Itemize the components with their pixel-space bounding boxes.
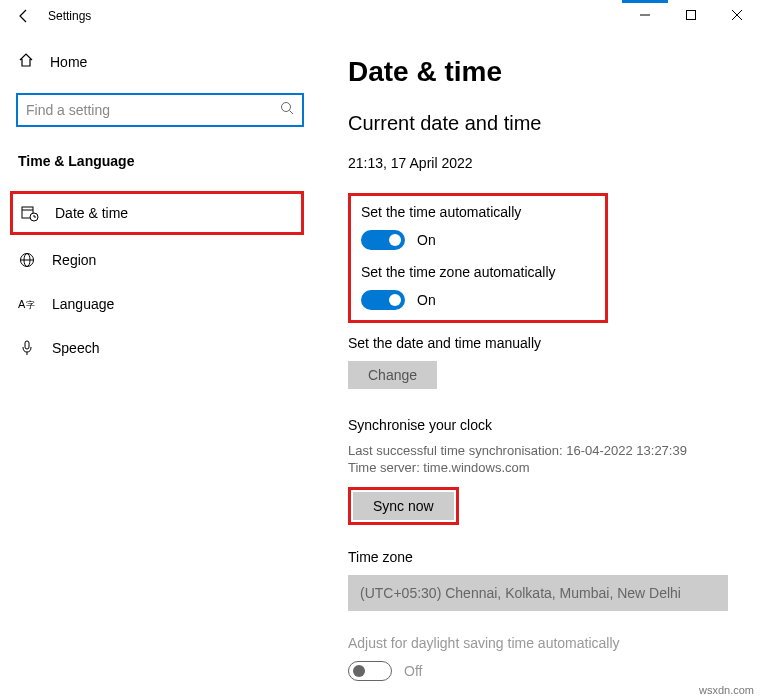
maximize-button[interactable] (668, 0, 714, 30)
timezone-select[interactable]: (UTC+05:30) Chennai, Kolkata, Mumbai, Ne… (348, 575, 728, 611)
search-icon (280, 101, 294, 119)
category-title: Time & Language (18, 153, 304, 169)
auto-time-label: Set the time automatically (361, 204, 595, 220)
auto-time-toggle[interactable] (361, 230, 405, 250)
auto-tz-state: On (417, 292, 436, 308)
language-icon: A字 (18, 295, 36, 313)
sync-server: Time server: time.windows.com (348, 460, 732, 475)
current-datetime: 21:13, 17 April 2022 (348, 155, 732, 171)
auto-tz-toggle[interactable] (361, 290, 405, 310)
microphone-icon (18, 339, 36, 357)
home-label: Home (50, 54, 87, 70)
page-title: Date & time (348, 56, 732, 88)
nav-label: Language (52, 296, 114, 312)
auto-tz-label: Set the time zone automatically (361, 264, 595, 280)
calendar-clock-icon (21, 204, 39, 222)
window-title: Settings (48, 9, 91, 23)
dst-state: Off (404, 663, 422, 679)
dst-toggle (348, 661, 392, 681)
svg-text:字: 字 (26, 300, 35, 310)
svg-point-4 (282, 103, 291, 112)
sidebar-item-region[interactable]: Region (10, 241, 304, 279)
svg-rect-1 (687, 11, 696, 20)
svg-line-5 (290, 111, 294, 115)
section-subtitle: Current date and time (348, 112, 732, 135)
search-box[interactable] (16, 93, 304, 127)
nav-label: Date & time (55, 205, 128, 221)
tz-title: Time zone (348, 549, 732, 565)
sync-last: Last successful time synchronisation: 16… (348, 443, 732, 458)
sync-highlight: Sync now (348, 487, 459, 525)
sidebar: Home Time & Language Date & time Region … (0, 32, 320, 700)
sync-title: Synchronise your clock (348, 417, 732, 433)
window-controls (622, 0, 760, 30)
manual-label: Set the date and time manually (348, 335, 732, 351)
home-icon (18, 52, 34, 71)
sidebar-item-speech[interactable]: Speech (10, 329, 304, 367)
content-pane: Date & time Current date and time 21:13,… (320, 32, 760, 700)
sync-now-button[interactable]: Sync now (353, 492, 454, 520)
close-button[interactable] (714, 0, 760, 30)
globe-icon (18, 251, 36, 269)
back-button[interactable] (8, 0, 40, 32)
watermark: wsxdn.com (699, 684, 754, 696)
sidebar-item-date-time[interactable]: Date & time (10, 191, 304, 235)
svg-rect-16 (25, 341, 29, 349)
nav-label: Speech (52, 340, 99, 356)
svg-text:A: A (18, 298, 26, 310)
search-input[interactable] (26, 102, 280, 118)
minimize-button[interactable] (622, 0, 668, 30)
dst-label: Adjust for daylight saving time automati… (348, 635, 732, 651)
nav-label: Region (52, 252, 96, 268)
change-button[interactable]: Change (348, 361, 437, 389)
home-link[interactable]: Home (16, 44, 304, 79)
highlighted-toggles: Set the time automatically On Set the ti… (348, 193, 608, 323)
auto-time-state: On (417, 232, 436, 248)
sidebar-item-language[interactable]: A字 Language (10, 285, 304, 323)
